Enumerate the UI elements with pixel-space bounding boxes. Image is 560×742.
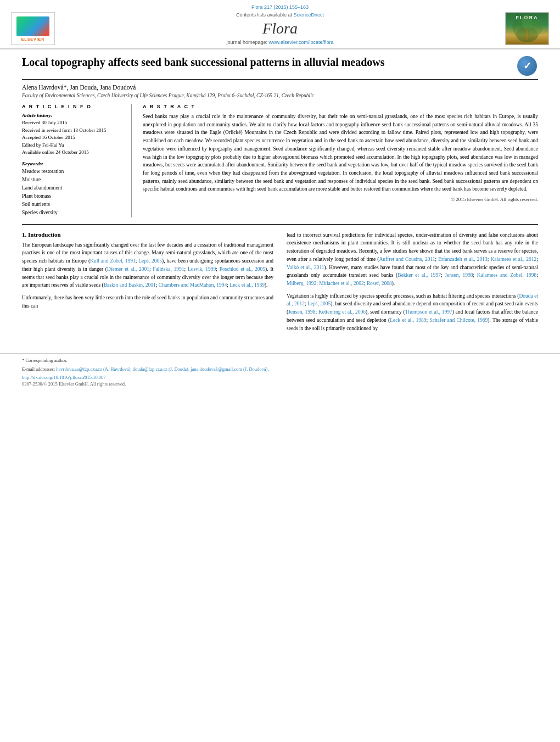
keywords-section: Keywords: Meadow restoration Moisture La… (22, 161, 124, 217)
svg-rect-4 (526, 29, 528, 40)
ref-diemer[interactable]: Diemer et al., 2001 (107, 266, 149, 272)
elsevier-logo-image (16, 16, 49, 36)
ref-mitlacher[interactable]: Mitlacher et al., 2002 (319, 281, 364, 286)
body-section: 1. Introduction The European landscape h… (22, 231, 538, 337)
ref-losvik[interactable]: Losvik, 1999 (188, 266, 216, 272)
flora-logo: FLORA (505, 12, 549, 45)
ref-bekker[interactable]: Bekker et al., 1997 (397, 272, 441, 278)
doi-link[interactable]: http://dx.doi.org/10.1016/j.flora.2015.1… (22, 375, 106, 380)
body-right-col: lead to incorrect survival predictions f… (287, 231, 538, 337)
ref-baskin[interactable]: Baskin and Baskin, 2001 (104, 282, 156, 288)
ref-jensen1998[interactable]: Jensen, 1998 (445, 272, 473, 278)
body-left-col: 1. Introduction The European landscape h… (22, 231, 273, 337)
issn-line: 0367-2530/© 2015 Elsevier GmbH. All righ… (22, 381, 538, 387)
intro-heading: 1. Introduction (22, 231, 273, 238)
intro-paragraph2-right: Vegetation is highly influenced by speci… (287, 292, 538, 333)
intro-title: Introduction (28, 231, 61, 238)
section-divider (22, 224, 538, 225)
elsevier-label: ELSEVIER (21, 37, 45, 41)
keyword-soil-nutrients: Soil nutrients (22, 200, 124, 209)
header-center: Contents lists available at ScienceDirec… (55, 12, 505, 45)
ref-poschlod[interactable]: Poschlod et al., 2005 (220, 266, 265, 272)
email-label: E-mail addresses: (22, 366, 55, 372)
sciencedirect-line: Contents lists available at ScienceDirec… (66, 12, 494, 18)
crossmark-icon: ✓ (523, 60, 531, 72)
journal-homepage: journal homepage: www.elsevier.com/locat… (66, 40, 494, 45)
homepage-label: journal homepage: (226, 40, 267, 45)
authors: Alena Havrdová*, Jan Douda, Jana Doudová (22, 84, 538, 91)
affiliation: Faculty of Environmental Sciences, Czech… (22, 93, 538, 98)
received-date: Received 30 July 2015 (22, 119, 124, 127)
ref-auffret[interactable]: Auffret and Cousins, 2011 (379, 256, 435, 262)
email-addresses[interactable]: havrdova.aa@fzp.czu.cz (A. Havrdová), do… (56, 366, 268, 372)
elsevier-logo: ELSEVIER (11, 12, 55, 45)
edited-by: Edited by Fei-Hai Yu (22, 142, 124, 149)
email-footnote: E-mail addresses: havrdova.aa@fzp.czu.cz… (22, 366, 538, 373)
flora-logo-image: FLORA (506, 13, 548, 44)
article-meta-section: A R T I C L E I N F O Article history: R… (22, 104, 538, 217)
keyword-meadow-restoration: Meadow restoration (22, 168, 124, 176)
crossmark-circle: ✓ (517, 56, 537, 76)
intro-paragraph1-right: lead to incorrect survival predictions f… (287, 231, 538, 288)
abstract-col: A B S T R A C T Seed banks may play a cr… (143, 104, 538, 217)
article-title: Local topography affects seed bank succe… (22, 55, 516, 69)
keyword-plant-biomass: Plant biomass (22, 192, 124, 200)
keywords-label: Keywords: (22, 161, 124, 166)
authors-text: Alena Havrdová*, Jan Douda, Jana Doudová (22, 84, 136, 91)
keyword-land-abandonment: Land abandonment (22, 184, 124, 192)
ref-leps2005b[interactable]: Lepš, 2005 (307, 301, 331, 306)
keyword-species-diversity: Species diversity (22, 209, 124, 217)
revised-date: Received in revised form 13 October 2015 (22, 127, 124, 135)
ref-chambers[interactable]: Chambers and MacMahon, 1994 (159, 282, 227, 288)
intro-paragraph1: The European landscape has significantly… (22, 241, 273, 289)
ref-milberg[interactable]: Milberg, 1992 (287, 281, 316, 286)
ref-schafer[interactable]: Schafer and Chilcote, 1969 (429, 317, 488, 323)
contents-label: Contents lists available at (236, 12, 292, 18)
ref-falinska[interactable]: Falińska, 1991 (153, 266, 184, 272)
copyright-line: © 2015 Elsevier GmbH. All rights reserve… (143, 197, 538, 202)
article-info-col: A R T I C L E I N F O Article history: R… (22, 104, 132, 217)
sciencedirect-link[interactable]: ScienceDirect (294, 12, 324, 18)
ref-rosef[interactable]: Rosef, 2008 (367, 281, 392, 286)
ref-erfanzadeh[interactable]: Erfanzadeh et al., 2013 (438, 256, 488, 262)
intro-paragraph2: Unfortunately, there has been very littl… (22, 294, 273, 310)
ref-leck1989b[interactable]: Leck et al., 1989 (390, 317, 426, 323)
ref-leck[interactable]: Leck et al., 1989 (229, 282, 265, 288)
article-title-section: Local topography affects seed bank succe… (22, 55, 538, 80)
abstract-text: Seed banks may play a crucial role in th… (143, 113, 538, 193)
abstract-label: A B S T R A C T (143, 104, 538, 109)
homepage-url[interactable]: www.elsevier.com/locate/flora (269, 40, 334, 45)
corresponding-author: * Corresponding author. (22, 357, 538, 364)
doi-top: Flora 217 (2015) 155–163 (251, 4, 309, 10)
ref-leps-2005[interactable]: Lepš, 2005 (138, 258, 162, 264)
crossmark-logo: ✓ (516, 55, 538, 77)
available-online: Available online 24 October 2015 (22, 149, 124, 157)
doi-footer[interactable]: http://dx.doi.org/10.1016/j.flora.2015.1… (22, 375, 538, 380)
ref-jensen1998b[interactable]: Jensen, 1998 (288, 309, 315, 315)
ref-valko[interactable]: Valkó et al., 2011 (287, 265, 324, 270)
history-label: Article history: (22, 113, 124, 118)
article-info-label: A R T I C L E I N F O (22, 104, 124, 109)
ref-kalamees-zobel[interactable]: Kalamees and Zobel, 1998 (477, 272, 537, 278)
ref-kull-zobel[interactable]: Kull and Zobel, 1991 (90, 258, 136, 264)
footer: * Corresponding author. E-mail addresses… (0, 353, 560, 390)
ref-thompson[interactable]: Thompson et al., 1997 (405, 309, 452, 315)
corresponding-label: * Corresponding author. (22, 358, 67, 363)
article-history: Article history: Received 30 July 2015 R… (22, 113, 124, 157)
accepted-date: Accepted 16 October 2015 (22, 134, 124, 142)
keyword-moisture: Moisture (22, 176, 124, 184)
journal-name: Flora (66, 20, 494, 37)
ref-kalamees2012[interactable]: Kalamees et al., 2012 (491, 256, 537, 262)
ref-kettenring[interactable]: Kettenring et al., 2006 (318, 309, 366, 315)
intro-number: 1. (22, 231, 26, 238)
